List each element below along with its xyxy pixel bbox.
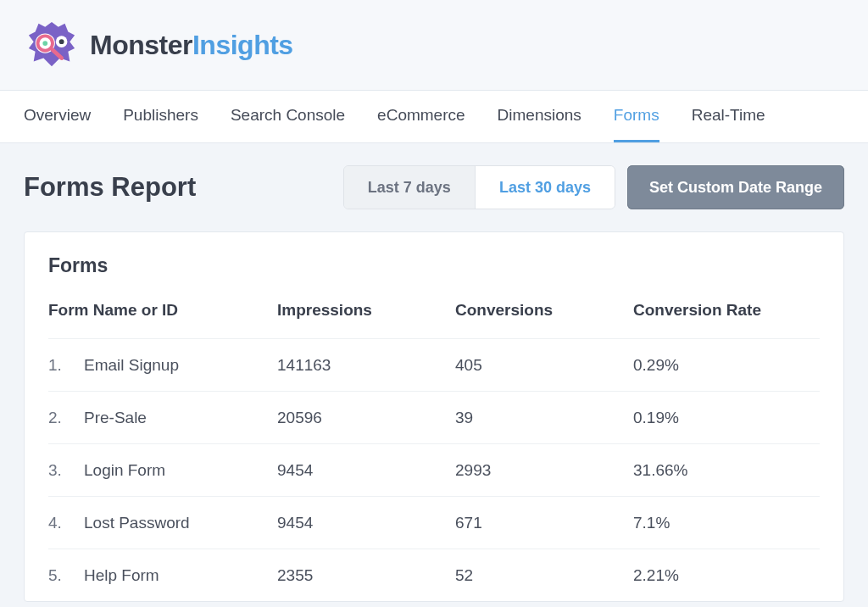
tab-forms[interactable]: Forms xyxy=(614,91,659,142)
logo-icon xyxy=(25,19,78,71)
app-header: MonsterInsights xyxy=(0,0,868,90)
row-impressions: 141163 xyxy=(277,356,455,375)
tab-publishers[interactable]: Publishers xyxy=(123,91,198,142)
tab-dimensions[interactable]: Dimensions xyxy=(498,91,581,142)
table-row: 2.Pre-Sale20596390.19% xyxy=(48,391,820,443)
brand-part1: Monster xyxy=(90,30,192,60)
col-form-name: Form Name or ID xyxy=(48,301,277,320)
card-title: Forms xyxy=(48,254,820,277)
row-form-name: Email Signup xyxy=(84,356,277,375)
table-row: 5.Help Form2355522.21% xyxy=(48,549,820,601)
svg-point-2 xyxy=(42,41,47,46)
table-header: Form Name or ID Impressions Conversions … xyxy=(48,301,820,338)
nav-tabs: OverviewPublishersSearch ConsoleeCommerc… xyxy=(0,90,868,143)
row-conversion-rate: 0.29% xyxy=(633,356,820,375)
row-conversion-rate: 7.1% xyxy=(633,514,820,532)
date-range-last-7-days[interactable]: Last 7 days xyxy=(344,166,475,209)
brand-name: MonsterInsights xyxy=(90,30,293,61)
row-form-name: Pre-Sale xyxy=(84,409,277,427)
row-impressions: 20596 xyxy=(277,409,455,427)
row-index: 1. xyxy=(48,356,84,375)
tab-real-time[interactable]: Real-Time xyxy=(692,91,765,142)
row-form-name: Help Form xyxy=(84,566,277,585)
row-conversions: 52 xyxy=(455,566,633,585)
row-conversions: 405 xyxy=(455,356,633,375)
page-title: Forms Report xyxy=(24,172,196,203)
report-toolbar: Forms Report Last 7 daysLast 30 days Set… xyxy=(0,143,868,225)
tab-search-console[interactable]: Search Console xyxy=(231,91,345,142)
row-conversion-rate: 2.21% xyxy=(633,566,820,585)
forms-card: Forms Form Name or ID Impressions Conver… xyxy=(24,231,844,602)
row-index: 2. xyxy=(48,409,84,427)
row-conversions: 39 xyxy=(455,409,633,427)
row-impressions: 2355 xyxy=(277,566,455,585)
row-index: 5. xyxy=(48,566,84,585)
row-conversions: 2993 xyxy=(455,461,633,480)
table-row: 4.Lost Password94546717.1% xyxy=(48,496,820,549)
row-index: 4. xyxy=(48,514,84,532)
svg-point-5 xyxy=(59,39,64,44)
date-range-last-30-days[interactable]: Last 30 days xyxy=(475,166,615,209)
row-conversion-rate: 0.19% xyxy=(633,409,820,427)
tab-overview[interactable]: Overview xyxy=(24,91,91,142)
col-conversion-rate: Conversion Rate xyxy=(633,301,820,320)
row-impressions: 9454 xyxy=(277,461,455,480)
row-conversion-rate: 31.66% xyxy=(633,461,820,480)
table-body: 1.Email Signup1411634050.29%2.Pre-Sale20… xyxy=(48,338,820,601)
row-impressions: 9454 xyxy=(277,514,455,532)
row-form-name: Lost Password xyxy=(84,514,277,532)
date-range-group: Last 7 daysLast 30 days xyxy=(343,165,615,209)
custom-date-range-button[interactable]: Set Custom Date Range xyxy=(627,165,844,209)
row-index: 3. xyxy=(48,461,84,480)
col-impressions: Impressions xyxy=(277,301,455,320)
col-conversions: Conversions xyxy=(455,301,633,320)
brand-part2: Insights xyxy=(192,30,293,60)
table-row: 1.Email Signup1411634050.29% xyxy=(48,338,820,391)
row-form-name: Login Form xyxy=(84,461,277,480)
table-row: 3.Login Form9454299331.66% xyxy=(48,443,820,496)
tab-ecommerce[interactable]: eCommerce xyxy=(377,91,465,142)
row-conversions: 671 xyxy=(455,514,633,532)
